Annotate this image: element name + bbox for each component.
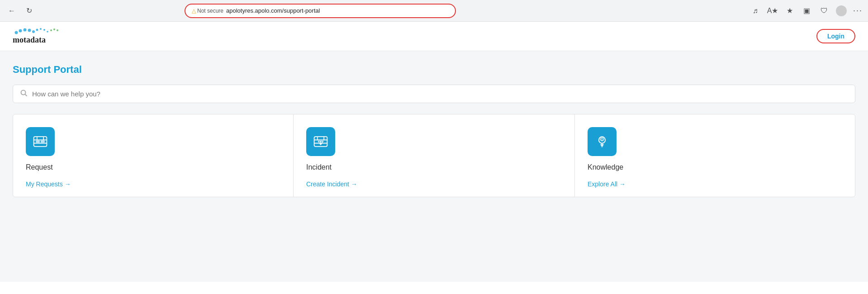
svg-point-9 [50,29,52,31]
translate-icon[interactable]: A★ [767,5,778,16]
svg-line-14 [25,95,27,96]
request-card-title: Request [26,163,280,171]
refresh-button[interactable]: ↻ [23,5,35,17]
request-card: Request My Requests → [13,114,294,197]
logo-icon: motadata [13,28,71,44]
svg-point-13 [21,90,26,95]
svg-line-38 [603,140,604,141]
url-input[interactable] [226,7,449,14]
more-options-button[interactable]: ··· [853,6,863,15]
knowledge-icon-box [588,127,617,156]
svg-line-39 [603,138,604,138]
svg-line-40 [600,140,601,141]
login-button[interactable]: Login [816,29,855,43]
security-label: Not secure [197,8,223,14]
explore-all-link[interactable]: Explore All → [588,180,842,188]
knowledge-card-title: Knowledge [588,163,842,171]
page-content: motadata Login Support Portal [0,22,868,294]
browser-chrome: ← ↻ △ Not secure ♬ A★ ★ ▣ 🛡 ··· [0,0,868,22]
collections-icon[interactable]: ▣ [802,5,812,16]
svg-point-2 [24,28,27,32]
svg-rect-15 [34,137,47,147]
browser-actions: ♬ A★ ★ ▣ 🛡 ··· [750,5,863,16]
my-requests-link[interactable]: My Requests → [26,180,280,188]
avatar[interactable] [836,5,847,16]
security-warning-icon: △ Not secure [192,8,223,14]
svg-line-37 [600,138,601,138]
main-area: Support Portal [0,51,868,282]
site-header: motadata Login [0,22,868,51]
svg-point-8 [47,31,48,33]
svg-point-4 [32,30,35,33]
address-bar[interactable]: △ Not secure [185,4,456,18]
back-button[interactable]: ← [5,5,18,17]
svg-point-5 [36,29,38,31]
page-title: Support Portal [13,64,855,76]
svg-point-3 [28,29,31,32]
svg-point-10 [53,28,55,30]
incident-card-title: Incident [306,163,562,171]
cards-grid: Request My Requests → [13,114,855,197]
request-icon-box [26,127,55,156]
incident-icon-box [306,127,335,156]
create-incident-link[interactable]: Create Incident → [306,180,562,188]
extensions-icon[interactable]: 🛡 [819,5,830,16]
svg-rect-21 [41,141,44,142]
favorites-icon[interactable]: ★ [784,5,795,16]
svg-point-1 [19,29,22,33]
svg-point-32 [601,138,603,140]
request-icon [32,133,48,150]
incident-icon [313,133,329,150]
incident-card: Incident Create Incident → [294,114,574,197]
svg-point-11 [57,29,58,31]
search-icon [20,90,28,98]
svg-text:motadata: motadata [13,35,46,44]
svg-point-0 [15,31,18,34]
logo-area: motadata [13,28,72,44]
knowledge-card: Knowledge Explore All → [574,114,855,197]
search-input[interactable] [32,90,848,98]
knowledge-icon [594,133,610,150]
read-aloud-icon[interactable]: ♬ [750,5,761,16]
search-bar[interactable] [13,85,855,103]
svg-point-6 [40,28,42,30]
svg-rect-20 [36,141,39,142]
svg-point-7 [43,29,45,31]
